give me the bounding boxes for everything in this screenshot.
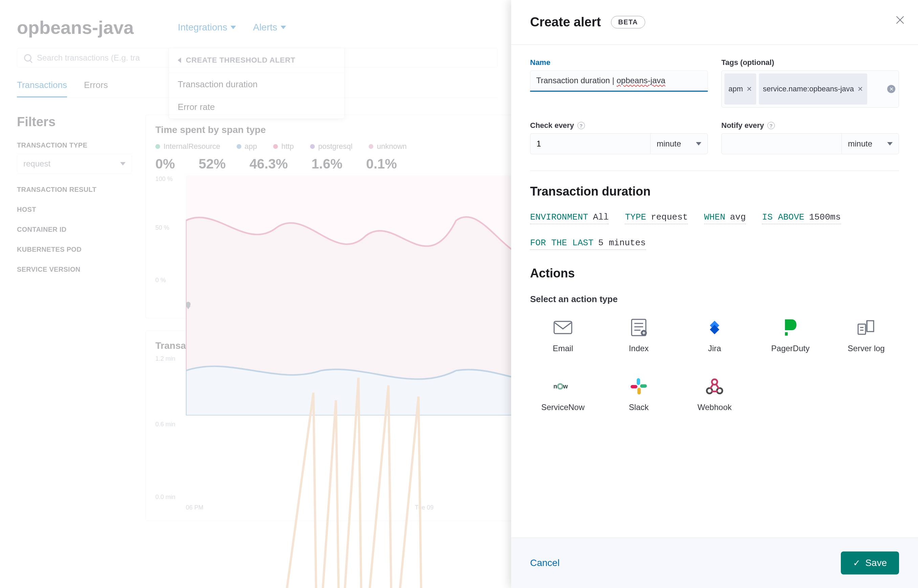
filter-label-service-version[interactable]: SERVICE VERSION — [17, 266, 132, 273]
stat-value: 1.6% — [311, 156, 342, 171]
y-tick: 0.0 min — [155, 494, 175, 501]
action-servicenow[interactable]: nwServiceNow — [530, 377, 596, 412]
svg-rect-7 — [858, 324, 866, 334]
action-serverlog[interactable]: Server log — [833, 318, 899, 353]
svg-point-11 — [558, 384, 563, 389]
legend-dot-icon — [273, 144, 278, 149]
actions-title: Actions — [530, 266, 899, 281]
create-threshold-alert-menu: CREATE THRESHOLD ALERT Transaction durat… — [168, 47, 345, 119]
notify-every-value-input[interactable] — [721, 133, 842, 154]
slack-icon — [629, 377, 648, 396]
search-icon — [24, 54, 31, 61]
tag-service-name[interactable]: service.name:opbeans-java✕ — [759, 73, 867, 105]
legend-dot-icon — [369, 144, 373, 149]
label-tags: Tags (optional) — [721, 58, 899, 67]
legend-item[interactable]: postgresql — [310, 142, 353, 151]
stat-value: 46.3% — [249, 156, 288, 171]
chevron-down-icon — [120, 162, 126, 165]
action-label: Slack — [629, 402, 649, 412]
action-email[interactable]: Email — [530, 318, 596, 353]
expression-item[interactable]: FOR THE LAST5 minutes — [530, 238, 646, 250]
subtab-errors[interactable]: Errors — [84, 80, 108, 97]
stat-value: 0% — [155, 156, 175, 171]
legend-item[interactable]: http — [273, 142, 294, 151]
action-pagerduty[interactable]: PagerDuty — [758, 318, 823, 353]
chevron-down-icon — [281, 26, 286, 29]
tag-remove-icon[interactable]: ✕ — [857, 85, 863, 93]
tag-apm[interactable]: apm✕ — [724, 73, 756, 105]
close-icon[interactable] — [895, 15, 905, 25]
svg-rect-14 — [640, 384, 647, 388]
serverlog-icon — [857, 318, 876, 337]
label-name: Name — [530, 58, 708, 67]
y-tick: 50 % — [155, 224, 169, 231]
y-tick: 0 % — [155, 277, 166, 284]
jira-icon — [705, 318, 724, 337]
dropdown-item-transaction-duration[interactable]: Transaction duration — [169, 73, 344, 96]
legend-dot-icon — [310, 144, 315, 149]
save-button[interactable]: Save — [841, 551, 899, 575]
legend-dot-icon — [155, 144, 160, 149]
subtab-transactions[interactable]: Transactions — [17, 80, 67, 97]
tab-alerts[interactable]: Alerts — [253, 22, 286, 33]
action-index[interactable]: Index — [606, 318, 672, 353]
y-tick: 100 % — [155, 176, 173, 183]
y-tick: 0.6 min — [155, 421, 175, 428]
dropdown-item-error-rate[interactable]: Error rate — [169, 96, 344, 118]
servicenow-icon: nw — [554, 377, 572, 396]
filter-label-host[interactable]: HOST — [17, 206, 132, 213]
name-input[interactable]: Transaction duration | opbeans-java — [530, 70, 708, 92]
page-title: opbeans-java — [17, 17, 134, 38]
filter-label-transaction-result[interactable]: TRANSACTION RESULT — [17, 186, 132, 194]
x-tick: 06 PM — [186, 504, 204, 511]
expression-item[interactable]: ENVIRONMENTAll — [530, 212, 609, 224]
cancel-button[interactable]: Cancel — [530, 557, 560, 569]
tab-integrations[interactable]: Integrations — [178, 22, 236, 33]
check-every-value-input[interactable] — [530, 133, 650, 154]
action-label: Email — [553, 344, 573, 353]
legend-item[interactable]: unknown — [369, 142, 406, 151]
svg-rect-13 — [637, 378, 640, 385]
action-jira[interactable]: Jira — [682, 318, 747, 353]
notify-every-unit-select[interactable]: minute — [842, 133, 899, 154]
expression-title: Transaction duration — [530, 184, 899, 199]
beta-badge: BETA — [611, 16, 645, 28]
clear-all-tags-icon[interactable]: ✕ — [887, 85, 895, 93]
index-icon — [629, 318, 648, 337]
action-webhook[interactable]: Webhook — [682, 377, 747, 412]
svg-point-18 — [707, 388, 712, 394]
filter-label-container-id[interactable]: CONTAINER ID — [17, 226, 132, 233]
svg-rect-15 — [637, 388, 641, 394]
search-placeholder: Search transactions (E.g. tra — [37, 53, 140, 63]
filters-heading: Filters — [17, 115, 132, 129]
check-every-unit-select[interactable]: minute — [650, 133, 708, 154]
legend-item[interactable]: app — [236, 142, 257, 151]
label-notify-every: Notify every? — [721, 121, 899, 130]
action-label: Server log — [848, 344, 884, 353]
expression-item[interactable]: TYPErequest — [625, 212, 688, 224]
expression-item[interactable]: WHENavg — [704, 212, 746, 224]
help-icon[interactable]: ? — [578, 122, 585, 129]
stat-value: 52% — [199, 156, 226, 171]
tag-remove-icon[interactable]: ✕ — [746, 85, 752, 93]
expression-item[interactable]: IS ABOVE1500ms — [762, 212, 840, 224]
help-icon[interactable]: ? — [767, 122, 775, 129]
dropdown-back[interactable]: CREATE THRESHOLD ALERT — [169, 48, 344, 73]
email-icon — [554, 318, 572, 337]
filter-label-transaction-type: TRANSACTION TYPE — [17, 141, 132, 149]
label-check-every: Check every? — [530, 121, 708, 130]
action-slack[interactable]: Slack — [606, 377, 672, 412]
stat-value: 0.1% — [366, 156, 397, 171]
flyout-title: Create alert — [530, 15, 601, 29]
service-version-label: Service version — [194, 300, 245, 309]
tags-input[interactable]: apm✕ service.name:opbeans-java✕ ✕ — [721, 70, 899, 108]
filter-label-kubernetes-pod[interactable]: KUBERNETES POD — [17, 246, 132, 254]
filter-select-transaction-type[interactable]: request — [17, 154, 132, 174]
chevron-down-icon — [230, 26, 236, 29]
chevron-left-icon — [178, 58, 181, 63]
legend-item[interactable]: InternalResource — [155, 142, 220, 151]
svg-text:w: w — [563, 383, 568, 390]
action-label: PagerDuty — [771, 344, 810, 353]
x-tick: 03 PM — [186, 287, 204, 294]
y-tick: 1.2 min — [155, 355, 175, 362]
